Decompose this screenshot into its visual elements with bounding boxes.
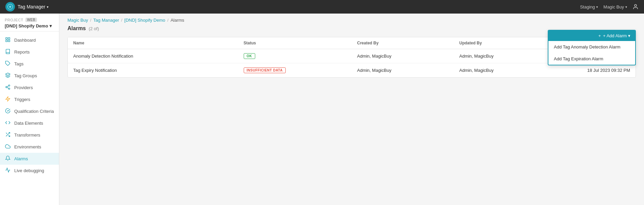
breadcrumb-magic-buy[interactable]: Magic Buy (67, 18, 88, 23)
svg-point-10 (6, 86, 7, 88)
cell-name: Tag Expiry Notification (68, 63, 238, 78)
sidebar-item-label: Alarms (14, 156, 28, 161)
top-nav-right: Staging ▾ Magic Buy ▾ (580, 4, 639, 10)
cell-updated-by: Admin, MagicBuy (454, 49, 556, 63)
sidebar-item-label: Dashboard (14, 38, 36, 43)
sidebar-item-label: Data Elements (14, 121, 43, 126)
bell-icon (5, 156, 11, 162)
app-logo (5, 2, 15, 12)
check-circle-icon (5, 108, 11, 115)
breadcrumb-shopify-demo[interactable]: [DND] Shopify Demo (124, 18, 165, 23)
sidebar-item-label: Transformers (14, 132, 40, 138)
app-name[interactable]: Tag Manager ▾ (18, 4, 48, 9)
add-alarm-label: + Add Alarm ▾ (603, 33, 630, 38)
col-header-name: Name (68, 37, 238, 49)
page-title-area: Alarms (2 of) (67, 25, 99, 32)
account-chevron: ▾ (625, 5, 627, 9)
add-tag-expiration-alarm[interactable]: Add Tag Expiration Alarm (548, 53, 635, 65)
svg-point-1 (9, 6, 11, 8)
app-name-label: Tag Manager (18, 4, 45, 9)
sidebar-item-data-elements[interactable]: Data Elements (0, 117, 59, 129)
top-nav-left: Tag Manager ▾ (5, 2, 48, 12)
sidebar-item-qualification[interactable]: Qualification Criteria (0, 105, 59, 117)
sidebar-item-live-debugging[interactable]: Live debugging (0, 165, 59, 177)
dropdown-menu: + + Add Alarm ▾ Add Tag Anomaly Detectio… (548, 30, 636, 65)
status-badge-ok: OK (244, 53, 255, 59)
top-nav: Tag Manager ▾ Staging ▾ Magic Buy ▾ (0, 0, 644, 14)
col-header-updated-by: Updated By (454, 37, 556, 49)
plus-icon: + (598, 33, 601, 38)
svg-point-2 (635, 4, 637, 6)
account-selector[interactable]: Magic Buy ▾ (603, 4, 627, 9)
sidebar-item-tag-groups[interactable]: Tag Groups (0, 70, 59, 82)
col-header-created-by: Created By (352, 37, 454, 49)
svg-line-17 (6, 133, 7, 134)
breadcrumb-sep-2: / (121, 18, 122, 23)
sidebar-project: Project WEB [DND] Shopify Demo ▾ (0, 14, 59, 32)
project-chevron: ▾ (49, 23, 52, 28)
breadcrumb-current: Alarms (170, 18, 184, 23)
staging-label: Staging (580, 4, 595, 9)
breadcrumb-sep-3: / (167, 18, 169, 23)
sidebar-item-dashboard[interactable]: Dashboard (0, 34, 59, 46)
add-alarm-dropdown: + + Add Alarm ▾ Add Tag Anomaly Detectio… (548, 30, 636, 65)
sidebar-item-tags[interactable]: Tags (0, 58, 59, 70)
svg-marker-14 (6, 97, 10, 101)
sidebar-item-environments[interactable]: Environments (0, 141, 59, 153)
cell-created-by: Admin, MagicBuy (352, 63, 454, 78)
svg-line-13 (7, 86, 9, 87)
sidebar-item-alarms[interactable]: Alarms (0, 153, 59, 165)
cell-status: INSUFFICIENT DATA (238, 63, 352, 78)
sidebar-item-label: Qualification Criteria (14, 109, 54, 114)
main-content: Magic Buy / Tag Manager / [DND] Shopify … (59, 14, 644, 205)
staging-selector[interactable]: Staging ▾ (580, 4, 598, 9)
staging-chevron: ▾ (596, 5, 598, 9)
breadcrumb-sep-1: / (90, 18, 92, 23)
sidebar-item-reports[interactable]: Reports (0, 46, 59, 58)
activity-icon (5, 167, 11, 174)
project-label: Project WEB (5, 18, 54, 22)
grid-icon (5, 37, 11, 43)
bolt-icon (5, 96, 11, 103)
cell-status: OK (238, 49, 352, 63)
user-icon[interactable] (632, 4, 639, 10)
sidebar-item-providers[interactable]: Providers (0, 82, 59, 94)
sidebar-item-label: Tag Groups (14, 73, 37, 78)
project-badge: WEB (25, 18, 37, 22)
share-icon (5, 84, 11, 91)
svg-rect-4 (8, 38, 10, 39)
svg-point-9 (8, 85, 10, 86)
sidebar-item-label: Live debugging (14, 168, 44, 173)
sidebar-item-transformers[interactable]: Transformers (0, 129, 59, 141)
svg-rect-3 (6, 38, 7, 39)
cell-name: Anomaly Detection Notification (68, 49, 238, 63)
sidebar-nav: Dashboard Reports Tags (0, 32, 59, 179)
svg-rect-5 (8, 40, 10, 42)
cell-created-by: Admin, MagicBuy (352, 49, 454, 63)
breadcrumb-tag-manager[interactable]: Tag Manager (93, 18, 119, 23)
svg-line-12 (7, 87, 9, 88)
account-label: Magic Buy (603, 4, 624, 9)
svg-point-11 (8, 88, 10, 89)
cell-updated-by: Admin, MagicBuy (454, 63, 556, 78)
sidebar-item-triggers[interactable]: Triggers (0, 94, 59, 105)
book-icon (5, 49, 11, 55)
sidebar-item-label: Reports (14, 49, 30, 55)
sidebar: Project WEB [DND] Shopify Demo ▾ Dashboa… (0, 14, 59, 205)
shuffle-icon (5, 132, 11, 138)
status-badge-insufficient: INSUFFICIENT DATA (244, 67, 286, 73)
page-title: Alarms (2 of) (67, 25, 99, 31)
svg-marker-8 (5, 73, 10, 75)
app-name-chevron: ▾ (47, 5, 48, 9)
sidebar-item-label: Tags (14, 61, 23, 66)
add-alarm-button[interactable]: + + Add Alarm ▾ (548, 30, 635, 41)
project-name[interactable]: [DND] Shopify Demo ▾ (5, 23, 54, 28)
add-anomaly-detection-alarm[interactable]: Add Tag Anomaly Detection Alarm (548, 41, 635, 53)
layers-icon (5, 73, 11, 79)
breadcrumb: Magic Buy / Tag Manager / [DND] Shopify … (59, 14, 644, 25)
sidebar-item-label: Environments (14, 144, 41, 149)
alarm-count: (2 of) (89, 26, 99, 31)
col-header-status: Status (238, 37, 352, 49)
svg-rect-6 (6, 40, 7, 42)
code-icon (5, 120, 11, 126)
